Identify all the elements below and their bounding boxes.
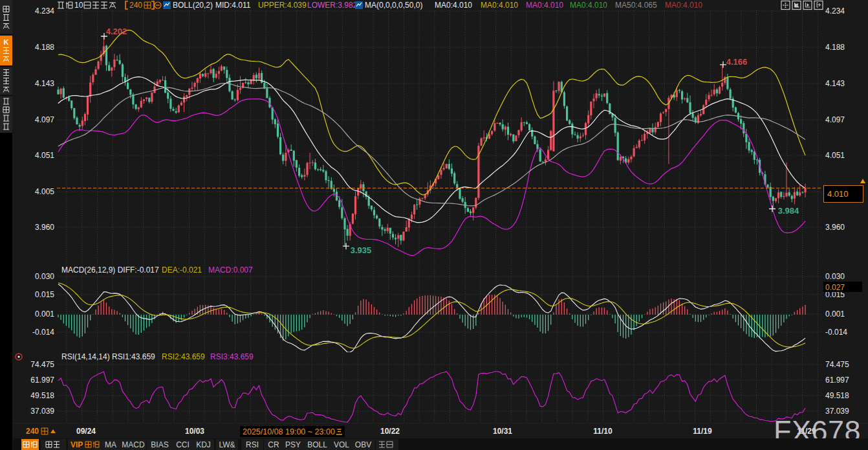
svg-text:RSI3:43.659: RSI3:43.659 <box>210 352 254 361</box>
svg-text:4.234: 4.234 <box>825 6 845 16</box>
svg-text:MA: MA <box>105 440 116 449</box>
svg-text:4.097: 4.097 <box>35 115 54 124</box>
svg-text:MACD(26,12,9) DIFF:-0.017: MACD(26,12,9) DIFF:-0.017 <box>61 265 159 275</box>
svg-text:0.030: 0.030 <box>825 272 845 281</box>
svg-text:4.166: 4.166 <box>726 57 748 67</box>
svg-text:11/10: 11/10 <box>593 427 613 436</box>
svg-text:MID:4.011: MID:4.011 <box>215 1 251 10</box>
svg-text:DEA:-0.021: DEA:-0.021 <box>162 265 202 275</box>
svg-text:VIP: VIP <box>71 440 83 449</box>
svg-text:4.051: 4.051 <box>825 151 845 160</box>
svg-text:4.143: 4.143 <box>825 79 845 88</box>
svg-text:CR: CR <box>268 440 279 449</box>
svg-text:LW&: LW& <box>219 440 235 449</box>
svg-text:10/31: 10/31 <box>493 427 512 436</box>
svg-text:BOLL(20,2): BOLL(20,2) <box>173 1 213 10</box>
svg-text:74.475: 74.475 <box>825 360 849 369</box>
svg-text:240: 240 <box>129 1 142 10</box>
svg-text:61.997: 61.997 <box>825 376 849 385</box>
svg-text:10: 10 <box>74 1 83 10</box>
svg-text:0.001: 0.001 <box>35 309 54 319</box>
svg-text:UPPER:4.039: UPPER:4.039 <box>258 1 307 10</box>
svg-text:MA0:4.010: MA0:4.010 <box>526 1 563 10</box>
svg-text:RSI(14,14,14) RSI1:43.659: RSI(14,14,14) RSI1:43.659 <box>61 352 155 361</box>
svg-text:LOWER:3.982: LOWER:3.982 <box>307 1 358 10</box>
svg-text:61.997: 61.997 <box>30 376 54 385</box>
svg-text:4.202: 4.202 <box>106 27 127 36</box>
svg-text:-0.014: -0.014 <box>825 328 847 337</box>
svg-text:3.984: 3.984 <box>778 206 799 216</box>
svg-text:74.475: 74.475 <box>30 360 54 369</box>
svg-text:0.001: 0.001 <box>825 309 845 319</box>
svg-text:OBV: OBV <box>355 440 371 449</box>
svg-text:37.039: 37.039 <box>30 407 54 416</box>
svg-text:240: 240 <box>26 427 39 436</box>
svg-text:4.143: 4.143 <box>35 79 54 88</box>
svg-text:MA50:4.065: MA50:4.065 <box>615 1 657 10</box>
svg-text:CCI: CCI <box>176 440 190 449</box>
svg-text:10/22: 10/22 <box>380 427 400 436</box>
svg-text:3.960: 3.960 <box>35 223 54 232</box>
svg-text:PSY: PSY <box>285 440 301 449</box>
svg-text:4.188: 4.188 <box>825 43 845 52</box>
svg-text:4.234: 4.234 <box>35 6 54 16</box>
svg-text:0.027: 0.027 <box>825 283 845 292</box>
svg-text:0.030: 0.030 <box>35 272 54 281</box>
svg-text:VOL: VOL <box>334 440 349 449</box>
svg-text:MACD:0.007: MACD:0.007 <box>208 265 253 275</box>
svg-text:4.097: 4.097 <box>825 115 845 124</box>
svg-text:4.005: 4.005 <box>35 187 54 196</box>
svg-text:BOLL: BOLL <box>307 440 327 449</box>
svg-text:K: K <box>4 38 9 46</box>
svg-text:49.518: 49.518 <box>30 391 54 400</box>
svg-text:-0.014: -0.014 <box>32 328 54 337</box>
svg-text:11/19: 11/19 <box>693 427 712 436</box>
svg-text:MA0:4.010: MA0:4.010 <box>665 1 702 10</box>
svg-text:RSI: RSI <box>246 440 259 449</box>
svg-text:0.015: 0.015 <box>35 290 54 299</box>
svg-text:RSI2:43.659: RSI2:43.659 <box>162 352 205 361</box>
svg-text:49.518: 49.518 <box>825 391 849 400</box>
svg-text:4.010: 4.010 <box>827 189 849 199</box>
svg-text:2025/10/08 19:00 ~ 23:00: 2025/10/08 19:00 ~ 23:00 <box>243 427 335 436</box>
svg-text:MACD: MACD <box>122 440 145 449</box>
svg-text:BIAS: BIAS <box>151 440 168 449</box>
svg-text:10/03: 10/03 <box>185 427 204 436</box>
svg-text:MA0:4.010: MA0:4.010 <box>481 1 518 10</box>
svg-text:4.051: 4.051 <box>35 151 54 160</box>
svg-text:3.935: 3.935 <box>351 245 372 255</box>
svg-text:MA(0,0,0,0,50,0): MA(0,0,0,0,50,0) <box>365 1 422 10</box>
svg-text:MA0:4.010: MA0:4.010 <box>435 1 472 10</box>
svg-text:4.188: 4.188 <box>35 43 54 52</box>
svg-text:KDJ: KDJ <box>196 440 211 449</box>
svg-text:MA0:4.010: MA0:4.010 <box>570 1 607 10</box>
svg-text:3.960: 3.960 <box>825 223 845 232</box>
svg-text:09/24: 09/24 <box>76 427 96 436</box>
